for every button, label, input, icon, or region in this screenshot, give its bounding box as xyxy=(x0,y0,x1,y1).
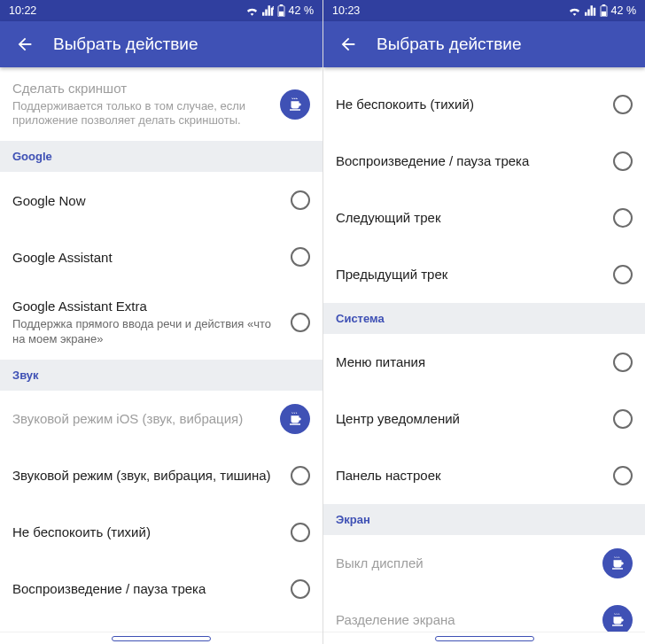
row-screenshot[interactable]: Сделать скриншот Поддерживается только в… xyxy=(0,67,322,141)
status-right: 4 42 % xyxy=(245,4,315,17)
coffee-icon[interactable] xyxy=(602,605,633,632)
row-next-track[interactable]: Следующий трек xyxy=(0,617,322,632)
back-button[interactable] xyxy=(330,27,366,62)
phone-left: 10:22 4 42 % Выбрать действие Сделать ск… xyxy=(0,0,322,644)
section-header-google: Google xyxy=(0,141,322,172)
row-title: Воспроизведение / пауза трека xyxy=(336,152,604,170)
coffee-icon[interactable] xyxy=(280,404,310,434)
row-title: Google Now xyxy=(12,192,282,210)
status-bar: 10:22 4 42 % xyxy=(0,0,322,21)
row-title: Центр уведомлений xyxy=(336,410,604,428)
row-google-now[interactable]: Google Now xyxy=(0,172,322,229)
coffee-icon[interactable] xyxy=(280,89,310,120)
battery-icon xyxy=(277,4,285,17)
arrow-back-icon xyxy=(15,35,35,54)
row-title: Не беспокоить (тихий) xyxy=(336,96,604,113)
row-next-track[interactable]: Следующий трек xyxy=(323,190,645,246)
nav-bar[interactable] xyxy=(0,632,322,644)
radio-icon[interactable] xyxy=(291,579,310,599)
appbar-title: Выбрать действие xyxy=(53,35,198,54)
row-split-screen[interactable]: Разделение экрана xyxy=(323,592,645,632)
row-title: Предыдущий трек xyxy=(336,266,604,283)
section-header-sound: Звук xyxy=(0,360,322,391)
row-title: Выкл дисплей xyxy=(336,555,594,572)
row-subtitle: Поддерживается только в том случае, если… xyxy=(12,99,271,129)
wifi-icon xyxy=(245,5,259,16)
row-google-assistant[interactable]: Google Assistant xyxy=(0,229,322,285)
row-google-assistant-extra[interactable]: Google Assistant Extra Поддержка прямого… xyxy=(0,285,322,359)
nav-bar[interactable] xyxy=(323,632,645,644)
battery-percent: 42 % xyxy=(289,4,315,17)
row-power-menu[interactable]: Меню питания xyxy=(323,334,645,391)
row-settings-panel[interactable]: Панель настроек xyxy=(323,447,645,504)
radio-icon[interactable] xyxy=(613,353,633,372)
status-right: 42 % xyxy=(568,4,637,17)
status-bar: 10:23 42 % xyxy=(323,0,645,21)
radio-icon[interactable] xyxy=(613,95,633,114)
app-bar: Выбрать действие xyxy=(323,21,645,67)
svg-text:4: 4 xyxy=(271,5,273,11)
row-title: Звуковой режим iOS (звук, вибрация) xyxy=(12,410,271,428)
svg-rect-3 xyxy=(278,12,283,16)
row-title: Панель настроек xyxy=(336,467,604,485)
signal-icon xyxy=(585,5,596,16)
list[interactable]: Сделать скриншот Поддерживается только в… xyxy=(0,67,322,632)
radio-icon[interactable] xyxy=(291,523,310,542)
radio-icon[interactable] xyxy=(613,466,633,485)
row-dnd[interactable]: Не беспокоить (тихий) xyxy=(323,76,645,133)
radio-icon[interactable] xyxy=(291,313,310,332)
status-time: 10:22 xyxy=(9,4,36,17)
coffee-icon[interactable] xyxy=(602,548,633,578)
radio-icon[interactable] xyxy=(613,208,633,228)
row-title: Не беспокоить (тихий) xyxy=(12,524,282,541)
status-time: 10:23 xyxy=(332,4,360,17)
row-title: Следующий трек xyxy=(336,209,604,227)
row-sound-mode[interactable]: Звуковой режим (звук, вибрация, тишина) xyxy=(0,447,322,504)
appbar-title: Выбрать действие xyxy=(377,35,522,54)
row-ios-sound[interactable]: Звуковой режим iOS (звук, вибрация) xyxy=(0,391,322,447)
section-header-screen: Экран xyxy=(323,504,645,535)
row-title: Меню питания xyxy=(336,353,604,371)
row-title: Воспроизведение / пауза трека xyxy=(12,580,282,598)
list[interactable]: Не беспокоить (тихий) Воспроизведение / … xyxy=(323,67,645,632)
arrow-back-icon xyxy=(338,35,358,54)
row-playpause[interactable]: Воспроизведение / пауза трека xyxy=(0,561,322,617)
phone-right: 10:23 42 % Выбрать действие Не беспокоит… xyxy=(322,0,645,644)
battery-percent: 42 % xyxy=(611,4,637,17)
svg-rect-6 xyxy=(601,12,605,16)
back-button[interactable] xyxy=(7,27,43,62)
radio-icon[interactable] xyxy=(291,466,310,485)
radio-icon[interactable] xyxy=(291,247,310,267)
radio-icon[interactable] xyxy=(613,409,633,429)
battery-icon xyxy=(600,4,608,17)
app-bar: Выбрать действие xyxy=(0,21,322,67)
row-notif-center[interactable]: Центр уведомлений xyxy=(323,391,645,447)
row-prev-track[interactable]: Предыдущий трек xyxy=(323,246,645,303)
radio-icon[interactable] xyxy=(291,190,310,210)
row-title: Разделение экрана xyxy=(336,611,594,629)
row-title: Google Assistant xyxy=(12,249,282,267)
row-display-off[interactable]: Выкл дисплей xyxy=(323,535,645,592)
radio-icon[interactable] xyxy=(613,265,633,284)
radio-icon[interactable] xyxy=(613,151,633,171)
svg-rect-5 xyxy=(602,4,605,6)
row-title: Звуковой режим (звук, вибрация, тишина) xyxy=(12,467,282,485)
row-partial[interactable] xyxy=(323,67,645,76)
section-header-system: Система xyxy=(323,303,645,334)
signal-icon: 4 xyxy=(262,5,274,16)
row-title: Google Assistant Extra xyxy=(12,298,282,315)
row-dnd[interactable]: Не беспокоить (тихий) xyxy=(0,504,322,561)
row-playpause[interactable]: Воспроизведение / пауза трека xyxy=(323,133,645,190)
row-subtitle: Поддержка прямого ввода речи и действия … xyxy=(12,317,282,347)
wifi-icon xyxy=(568,5,581,16)
svg-rect-2 xyxy=(279,4,283,6)
row-title: Сделать скриншот xyxy=(12,80,271,97)
